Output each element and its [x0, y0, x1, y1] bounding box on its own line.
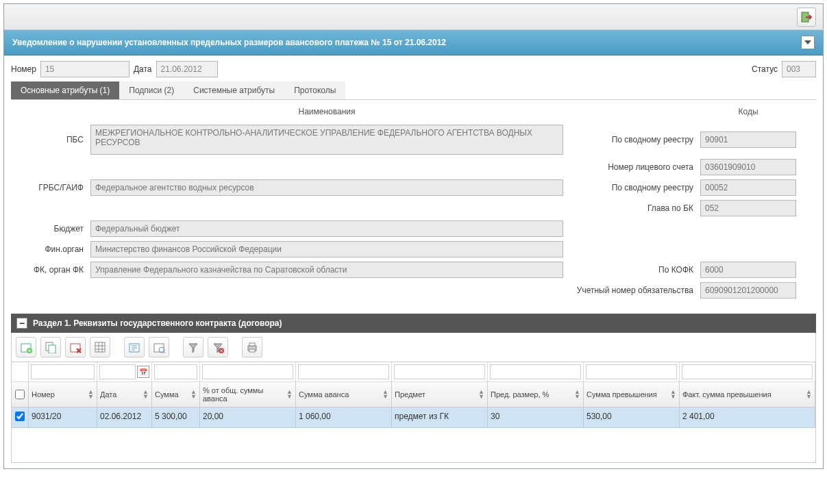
grid-toolbar — [11, 333, 816, 362]
finorg-label: Фин.орган — [15, 244, 84, 254]
header-row-grid: Номер▲▼ Дата▲▼ Сумма▲▼ % от общ. суммы а… — [12, 382, 815, 407]
date-field[interactable] — [156, 61, 218, 77]
filter-row: 📅 — [12, 362, 815, 382]
col-nomer[interactable]: Номер▲▼ — [29, 382, 97, 407]
filter-predrazmer[interactable] — [490, 364, 581, 379]
filter-sumprev[interactable] — [586, 364, 677, 379]
pbs-label: ПБС — [15, 135, 84, 144]
grid-body: 9031/20 02.06.2012 5 300,00 20,00 1 060,… — [12, 407, 815, 462]
date-label: Дата — [134, 64, 152, 74]
cell-summa: 5 300,00 — [152, 407, 200, 427]
regnum-label: Учетный номер обязательства — [570, 286, 693, 295]
collapse-toggle[interactable]: − — [16, 318, 27, 329]
pbs-field[interactable]: МЕЖРЕГИОНАЛЬНОЕ КОНТРОЛЬНО-АНАЛИТИЧЕСКОЕ… — [90, 125, 563, 155]
select-all-checkbox[interactable] — [15, 390, 25, 399]
tb-filter[interactable] — [183, 337, 203, 357]
col-avans[interactable]: Сумма аванса▲▼ — [296, 382, 392, 407]
number-label: Номер — [11, 64, 36, 74]
tab-signatures[interactable]: Подписи (2) — [119, 81, 184, 99]
fk-code-field[interactable] — [700, 262, 796, 278]
fk-code-label: По КОФК — [570, 265, 693, 275]
col-factprev[interactable]: Факт. сумма превышения▲▼ — [680, 382, 815, 407]
fk-label: ФК, орган ФК — [15, 265, 84, 275]
grbs-code-label: По сводному реестру — [570, 183, 693, 192]
col-header-names: Наименования — [90, 107, 563, 121]
tab-main-attrs[interactable]: Основные атрибуты (1) — [11, 81, 119, 99]
calendar-icon[interactable]: 📅 — [137, 366, 149, 378]
status-label: Статус — [752, 64, 778, 74]
filter-nomer[interactable] — [31, 364, 95, 379]
tb-delete[interactable] — [65, 337, 86, 357]
cell-factprev: 2 401,00 — [680, 407, 815, 427]
grid: 📅 Номер▲▼ Дата▲▼ Сумма▲▼ % от общ. суммы… — [11, 362, 816, 463]
title-bar: Уведомление о нарушении установленных пр… — [4, 30, 823, 55]
svg-rect-12 — [249, 343, 255, 346]
pbs-code-label: По сводному реестру — [570, 135, 693, 144]
svg-rect-6 — [95, 342, 105, 352]
filter-predmet[interactable] — [394, 364, 485, 379]
cell-sumprev: 530,00 — [584, 407, 680, 427]
tb-grid[interactable] — [90, 337, 110, 357]
col-header-codes: Коды — [700, 107, 796, 121]
cell-pct: 20,00 — [200, 407, 296, 427]
filter-summa[interactable] — [154, 364, 197, 379]
cell-nomer: 9031/20 — [29, 407, 97, 427]
grbs-field[interactable] — [90, 179, 563, 196]
svg-rect-4 — [49, 345, 55, 353]
glava-label: Глава по БК — [570, 203, 693, 213]
filter-pct[interactable] — [202, 364, 293, 379]
filter-date[interactable] — [99, 364, 136, 379]
window-title: Уведомление о нарушении установленных пр… — [12, 38, 446, 47]
tb-copy[interactable] — [40, 337, 61, 357]
cell-predrazmer: 30 — [488, 407, 584, 427]
number-field[interactable] — [40, 61, 129, 77]
top-toolbar — [4, 4, 823, 30]
filter-avans[interactable] — [298, 364, 389, 379]
tb-edit[interactable] — [124, 337, 145, 357]
pbs-code-field[interactable] — [700, 131, 796, 148]
header-row: Номер Дата Статус — [11, 61, 816, 77]
row-checkbox[interactable] — [15, 412, 25, 421]
form-area: Наименования Коды ПБС МЕЖРЕГИОНАЛЬНОЕ КО… — [11, 100, 816, 305]
table-row[interactable]: 9031/20 02.06.2012 5 300,00 20,00 1 060,… — [12, 407, 815, 428]
titlebar-dropdown[interactable] — [801, 36, 815, 49]
budget-field[interactable] — [90, 220, 563, 237]
grbs-label: ГРБС/ГАИФ — [15, 183, 84, 192]
tb-print[interactable] — [242, 337, 262, 357]
svg-rect-13 — [249, 349, 255, 352]
acct-label: Номер лицевого счета — [570, 162, 693, 172]
budget-label: Бюджет — [15, 224, 84, 234]
cell-date: 02.06.2012 — [97, 407, 152, 427]
exit-button[interactable] — [797, 8, 816, 27]
acct-field[interactable] — [700, 159, 796, 175]
col-predmet[interactable]: Предмет▲▼ — [392, 382, 488, 407]
col-pct[interactable]: % от общ. суммы аванса▲▼ — [200, 382, 296, 407]
content: Номер Дата Статус Основные атрибуты (1) … — [4, 55, 823, 468]
tb-view[interactable] — [149, 337, 169, 357]
filter-factprev[interactable] — [682, 364, 813, 379]
grbs-code-field[interactable] — [700, 179, 796, 196]
window: Уведомление о нарушении установленных пр… — [3, 3, 824, 469]
regnum-field[interactable] — [700, 282, 796, 299]
col-summa[interactable]: Сумма▲▼ — [152, 382, 200, 407]
cell-avans: 1 060,00 — [296, 407, 392, 427]
tb-add[interactable] — [16, 337, 36, 357]
tb-filter-clear[interactable] — [208, 337, 228, 357]
tabs: Основные атрибуты (1) Подписи (2) Систем… — [11, 81, 816, 100]
tab-system-attrs[interactable]: Системные атрибуты — [184, 81, 284, 99]
col-predrazmer[interactable]: Пред. размер, %▲▼ — [488, 382, 584, 407]
section1-title: Раздел 1. Реквизиты государственного кон… — [33, 318, 282, 328]
col-sumprev[interactable]: Сумма превышения▲▼ — [584, 382, 680, 407]
status-field[interactable] — [782, 61, 816, 77]
section1-header: − Раздел 1. Реквизиты государственного к… — [11, 314, 816, 333]
cell-predmet: предмет из ГК — [392, 407, 488, 427]
finorg-field[interactable] — [90, 241, 563, 257]
glava-field[interactable] — [700, 200, 796, 216]
fk-field[interactable] — [90, 262, 563, 278]
tab-protocols[interactable]: Протоколы — [284, 81, 345, 99]
col-date[interactable]: Дата▲▼ — [97, 382, 152, 407]
